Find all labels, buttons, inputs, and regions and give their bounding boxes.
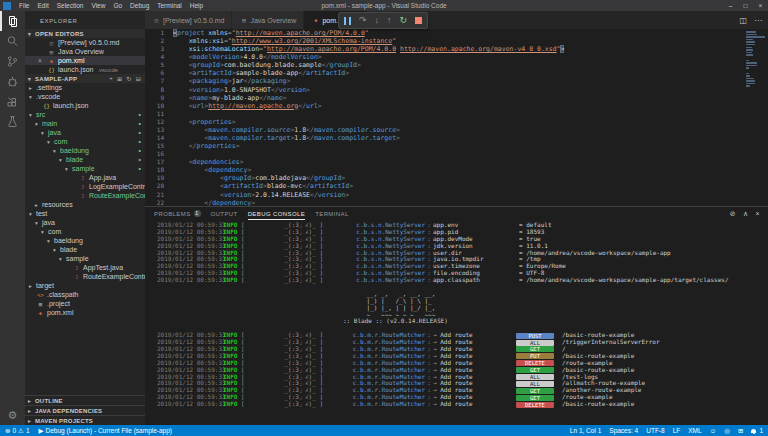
tree-item-blade[interactable]: ▾blade• [25,155,145,164]
close-icon[interactable]: × [38,57,47,64]
tree-item-routeexamplecontrollertes[interactable]: JRouteExampleControllerTes... [25,272,145,281]
tree-item-logexamplecontroller-java[interactable]: JLogExampleController.java [25,182,145,191]
menu-go[interactable]: Go [109,0,126,11]
blank-line [157,284,768,291]
menu-view[interactable]: View [87,0,109,11]
menu-help[interactable]: Help [186,0,207,11]
status-circle-icon[interactable]: ◎ [724,427,730,435]
tree-item-test[interactable]: ▾test [25,209,145,218]
tree-item-pom-xml[interactable]: ◆pom.xml [25,308,145,317]
tree-item-com[interactable]: ▾com• [25,137,145,146]
debug-console-output[interactable]: 2019/01/12 00:59:33INFO[_(:3」∠)_ ]c.b.s.… [145,220,768,425]
tree-item-classpath[interactable]: <>.classpath [25,290,145,299]
open-editor-launch-json[interactable]: {}launch.json.vscode [25,65,145,74]
panel-tab-output[interactable]: OUTPUT [211,207,238,220]
gear-icon[interactable]: ⚙ [0,409,25,421]
debug-launch-status[interactable]: ▶Debug (Launch) - Current File (sample-a… [39,427,172,435]
minimap[interactable] [746,31,766,88]
tree-item-label: sample [66,255,89,262]
tree-item-routeexamplecontrolle[interactable]: JRouteExampleControlle...1 [25,191,145,200]
step-into-icon[interactable]: ↓ [375,16,380,25]
tree-item-com[interactable]: ▾com [25,227,145,236]
maven-file-icon: ◆ [36,310,45,316]
menu-selection[interactable]: Selection [53,0,88,11]
collapse-all-icon[interactable]: ⊟ [136,75,141,82]
clear-console-icon[interactable]: ⊘ [730,210,736,218]
panel-tab-terminal[interactable]: TERMINAL [315,207,349,220]
new-folder-icon[interactable]: ⊞ [117,75,122,82]
minimize-window-icon[interactable]: – [723,0,738,11]
feedback-smiley-icon[interactable]: ☺ [710,427,717,434]
project-root-header[interactable]: ▾ SAMPLE-APP +⊞↻⊟ [25,74,145,83]
more-actions-icon[interactable]: ⋯ [754,16,762,25]
refresh-icon[interactable]: ↻ [126,75,131,82]
step-out-icon[interactable]: ↑ [387,16,392,25]
stop-icon[interactable] [415,17,422,24]
tree-item-app-java[interactable]: JApp.java [25,173,145,182]
debug-icon[interactable] [0,71,25,91]
tree-item-resources[interactable]: ▸resources [25,200,145,209]
tree-item-blade[interactable]: ▾blade [25,245,145,254]
pause-icon[interactable] [344,17,351,25]
notifications-bell[interactable]: 1 [751,427,763,434]
tree-item-sample[interactable]: ▾sample [25,254,145,263]
panel-tab-problems[interactable]: PROBLEMS1 [154,207,201,220]
split-editor-icon[interactable]: ◫ [739,16,747,25]
panel-tab-label: DEBUG CONSOLE [248,211,306,217]
tree-item-vscode[interactable]: ▾.vscode [25,92,145,101]
new-file-icon[interactable]: + [109,75,113,82]
test-icon[interactable] [0,111,25,131]
tree-item-baeldung[interactable]: ▾baeldung [25,236,145,245]
tree-item-label: .classpath [47,291,79,298]
maximize-panel-icon[interactable]: ∧ [743,210,749,218]
restart-icon[interactable]: ↻ [400,16,408,25]
language-mode[interactable]: XML [688,427,701,434]
line-number: 6 [145,69,173,77]
menu-edit[interactable]: Edit [33,0,52,11]
tree-item-baeldung[interactable]: ▾baeldung• [25,146,145,155]
close-window-icon[interactable]: × [753,0,768,11]
section-outline[interactable]: ▸OUTLINE [25,395,145,405]
menu-terminal[interactable]: Terminal [153,0,186,11]
maximize-window-icon[interactable]: □ [738,0,753,11]
tree-item-settings[interactable]: ▸.settings [25,83,145,92]
status-grid-icon[interactable]: ⊞ [738,427,743,435]
close-panel-icon[interactable]: × [756,210,761,218]
chevron-right-icon: ▸ [28,408,35,414]
encoding[interactable]: UTF-8 [646,427,664,434]
panel-tab-debug-console[interactable]: DEBUG CONSOLE [248,207,306,220]
open-editors-header[interactable]: ▾ OPEN EDITORS [25,29,145,38]
tree-item-sample[interactable]: ▾sample• [25,164,145,173]
indentation[interactable]: Spaces: 4 [609,427,638,434]
section-java-dependencies[interactable]: ▸JAVA DEPENDENCIES [25,405,145,415]
code-line: 12 <properties> [145,118,744,126]
open-editor-java-overview[interactable]: ▤Java Overview [25,47,145,56]
step-over-icon[interactable]: ↷ [359,16,367,25]
section-maven-projects[interactable]: ▸MAVEN PROJECTS [25,415,145,425]
tab-java-overview[interactable]: ▤Java Overview [232,11,304,29]
extensions-icon[interactable] [0,91,25,111]
search-icon[interactable] [0,31,25,51]
problems-count-badge: 1 [194,210,201,217]
problems-status[interactable]: ⊗0⚠1 [5,427,30,435]
tree-item-project[interactable]: ▦.project [25,299,145,308]
chevron-down-icon: ▾ [41,130,48,136]
menu-debug[interactable]: Debug [126,0,153,11]
tree-item-java[interactable]: ▾java• [25,128,145,137]
tree-item-src[interactable]: ▾src• [25,110,145,119]
tree-item-target[interactable]: ▸target [25,281,145,290]
tab-preview-v0-5-0-md[interactable]: ◫[Preview] v0.5.0.md [145,11,232,29]
tree-item-java[interactable]: ▾java [25,218,145,227]
tree-item-launch-json[interactable]: {}launch.json [25,101,145,110]
menu-file[interactable]: File [15,0,33,11]
open-editor-pom-xml[interactable]: ×◆pom.xml [25,56,145,65]
section-label: OUTLINE [35,398,63,404]
code-editor[interactable]: 1<project xmlns="http://maven.apache.org… [145,29,768,206]
tree-item-apptest-java[interactable]: JAppTest.java [25,263,145,272]
explorer-icon[interactable] [0,11,25,31]
tree-item-main[interactable]: ▾main• [25,119,145,128]
cursor-position[interactable]: Ln 1, Col 1 [570,427,601,434]
open-editor-preview-v0-5-0-md[interactable]: ◫[Preview] v0.5.0.md [25,38,145,47]
source-control-icon[interactable] [0,51,25,71]
eol[interactable]: LF [673,427,681,434]
